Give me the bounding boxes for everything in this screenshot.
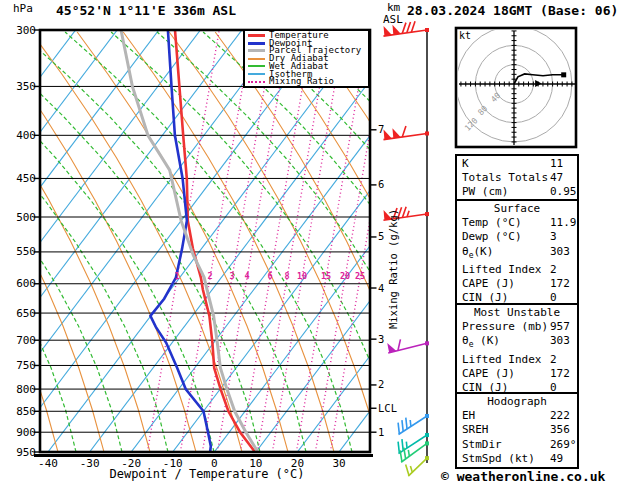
pressure-tick-label: 900 [4, 426, 36, 439]
x-axis-title: Dewpoint / Temperature (°C) [72, 467, 342, 481]
row-value: 172 [550, 367, 577, 381]
hodograph-panel-title: Hodograph [462, 395, 577, 409]
hodograph-panel: Hodograph EH222SREH356StmDir269°StmSpd (… [455, 392, 579, 469]
row-value: 47 [550, 171, 577, 185]
altitude-tick-label: 1 [378, 426, 384, 438]
legend-label: Mixing Ratio [269, 78, 334, 85]
pressure-tick-label: 600 [4, 277, 36, 290]
pressure-tick-label: 350 [4, 80, 36, 93]
mixing-ratio-value-label: 1 [167, 271, 187, 281]
row-label: StmDir [462, 438, 550, 452]
legend-swatch [248, 58, 265, 60]
pressure-axis-unit: hPa [13, 2, 33, 15]
legend-item: Mixing Ratio [248, 78, 368, 85]
station-title: 45°52'N 1°11'E 336m ASL [56, 3, 236, 18]
row-value: 3 [550, 230, 577, 244]
most-unstable-panel: Most Unstable Pressure (mb)957θe (K)303L… [455, 303, 579, 398]
legend-swatch [248, 42, 265, 45]
pressure-tick-label: 550 [4, 245, 36, 258]
table-row: θe (K)303 [462, 334, 577, 352]
table-row: StmDir269° [462, 438, 577, 452]
table-row: Lifted Index2 [462, 263, 577, 277]
altitude-tick-label: 4 [378, 282, 384, 294]
row-label: Lifted Index [462, 353, 550, 367]
row-label: CAPE (J) [462, 277, 550, 291]
row-label: Lifted Index [462, 263, 550, 277]
table-row: θe(K)303 [462, 245, 577, 263]
row-value: 269° [550, 438, 577, 452]
pressure-tick-label: 800 [4, 383, 36, 396]
table-row: Lifted Index2 [462, 353, 577, 367]
table-row: Dewp (°C)3 [462, 230, 577, 244]
altitude-tick-label: 2 [378, 378, 384, 390]
table-row: SREH356 [462, 423, 577, 437]
row-value: 957 [550, 320, 577, 334]
row-label: θe (K) [462, 334, 550, 352]
table-row: StmSpd (kt)49 [462, 452, 577, 466]
table-row: CAPE (J)172 [462, 277, 577, 291]
altitude-tick-label: 5 [378, 230, 384, 242]
mixing-ratio-value-label: 25 [350, 271, 370, 281]
table-row: PW (cm)0.95 [462, 185, 577, 199]
altitude-tick-label: 6 [378, 178, 384, 190]
mixing-ratio-value-label: 2 [200, 271, 220, 281]
run-datetime: 28.03.2024 18GMT (Base: 06) [407, 3, 618, 18]
altitude-axis-unit-asl: ASL [383, 13, 403, 26]
row-label: Pressure (mb) [462, 320, 550, 334]
mixing-ratio-value-label: 4 [237, 271, 257, 281]
pressure-tick-label: 450 [4, 172, 36, 185]
legend-swatch [248, 34, 265, 37]
table-row: CAPE (J)172 [462, 367, 577, 381]
pressure-tick-label: 400 [4, 129, 36, 142]
row-label: SREH [462, 423, 550, 437]
indices-panel: K11Totals Totals47PW (cm)0.95 [455, 154, 579, 203]
pressure-tick-label: 300 [4, 24, 36, 37]
copyright: © weatheronline.co.uk [441, 469, 605, 484]
mixing-ratio-value-label: 10 [292, 271, 312, 281]
surface-panel: Surface Temp (°C)11.9Dewp (°C)3θe(K)303L… [455, 199, 579, 309]
row-label: Totals Totals [462, 171, 550, 185]
row-label: CAPE (J) [462, 367, 550, 381]
table-row: K11 [462, 157, 577, 171]
row-value: 172 [550, 277, 577, 291]
mixing-ratio-axis-title: Mixing Ratio (g/kg) [387, 198, 399, 340]
row-label: Dewp (°C) [462, 230, 550, 244]
row-value: 11 [550, 157, 577, 171]
altitude-tick-label: 3 [378, 333, 384, 345]
pressure-tick-label: 700 [4, 334, 36, 347]
legend-swatch [248, 73, 265, 75]
pressure-tick-label: 500 [4, 211, 36, 224]
row-value: 2 [550, 353, 577, 367]
altitude-tick-label: 7 [378, 123, 384, 135]
pressure-tick-label: 650 [4, 307, 36, 320]
row-value: 49 [550, 452, 577, 466]
skewt-sounding-screen: hPa 45°52'N 1°11'E 336m ASL 28.03.2024 1… [0, 0, 629, 486]
hodograph-unit-label: kt [459, 30, 471, 41]
pressure-tick-label: 850 [4, 405, 36, 418]
row-label: θe(K) [462, 245, 550, 263]
row-label: Temp (°C) [462, 216, 550, 230]
row-label: StmSpd (kt) [462, 452, 550, 466]
mixing-ratio-value-label: 15 [316, 271, 336, 281]
row-value: 0.95 [550, 185, 577, 199]
temperature-tick-label: -40 [28, 457, 68, 470]
legend-swatch [248, 49, 265, 52]
row-value: 356 [550, 423, 577, 437]
row-label: EH [462, 409, 550, 423]
most-unstable-panel-title: Most Unstable [462, 306, 577, 320]
row-value: 2 [550, 263, 577, 277]
row-value: 303 [550, 245, 577, 263]
row-value: 11.9 [550, 216, 577, 230]
table-row: Pressure (mb)957 [462, 320, 577, 334]
table-row: Totals Totals47 [462, 171, 577, 185]
table-row: EH222 [462, 409, 577, 423]
legend: TemperatureDewpointParcel TrajectoryDry … [243, 29, 370, 88]
row-label: K [462, 157, 550, 171]
row-label: PW (cm) [462, 185, 550, 199]
altitude-tick-label: LCL [378, 402, 397, 414]
table-row: Temp (°C)11.9 [462, 216, 577, 230]
legend-swatch [248, 81, 265, 83]
legend-swatch [248, 65, 265, 67]
row-value: 303 [550, 334, 577, 352]
surface-panel-title: Surface [462, 202, 577, 216]
